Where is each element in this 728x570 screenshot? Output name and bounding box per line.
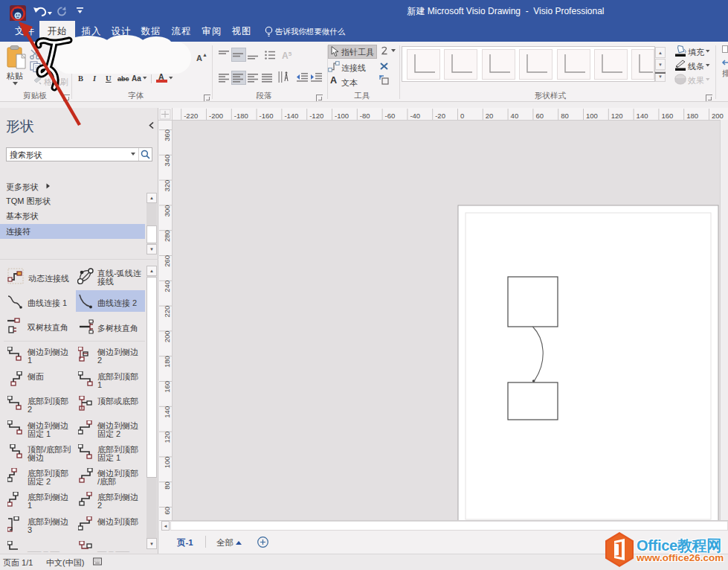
svg-text:-120: -120 (309, 112, 323, 120)
svg-text:320: 320 (163, 180, 171, 192)
svg-text:-180: -180 (234, 112, 248, 120)
svg-text:-160: -160 (260, 112, 274, 120)
svg-text:180: 180 (686, 112, 698, 120)
svg-text:80: 80 (561, 112, 569, 120)
svg-text:0: 0 (460, 112, 464, 120)
svg-text:20: 20 (486, 112, 494, 120)
svg-text:-100: -100 (335, 112, 349, 120)
svg-text:300: 300 (163, 205, 171, 217)
svg-text:60: 60 (163, 507, 171, 515)
svg-text:-80: -80 (360, 112, 370, 120)
svg-text:120: 120 (163, 432, 171, 443)
svg-text:220: 220 (163, 306, 171, 318)
svg-text:-60: -60 (385, 112, 396, 120)
svg-text:140: 140 (163, 406, 171, 418)
svg-text:60: 60 (535, 112, 544, 120)
svg-text:160: 160 (661, 112, 673, 120)
svg-text:260: 260 (163, 255, 171, 267)
svg-text:280: 280 (163, 230, 171, 242)
svg-text:-40: -40 (410, 112, 420, 120)
svg-text:-20: -20 (435, 112, 445, 120)
svg-text:-220: -220 (184, 112, 198, 120)
svg-text:-140: -140 (284, 112, 298, 120)
svg-text:200: 200 (712, 112, 724, 120)
svg-text:360: 360 (163, 129, 171, 141)
svg-text:80: 80 (163, 481, 171, 490)
svg-text:40: 40 (511, 112, 519, 120)
svg-text:-200: -200 (209, 112, 223, 120)
svg-text:120: 120 (611, 112, 623, 120)
svg-text:100: 100 (586, 112, 598, 120)
svg-text:160: 160 (163, 381, 171, 393)
svg-text:200: 200 (163, 330, 171, 342)
svg-text:100: 100 (163, 456, 171, 468)
svg-text:340: 340 (163, 155, 171, 167)
svg-text:140: 140 (637, 112, 648, 120)
svg-text:240: 240 (163, 281, 171, 292)
svg-text:180: 180 (163, 356, 171, 368)
